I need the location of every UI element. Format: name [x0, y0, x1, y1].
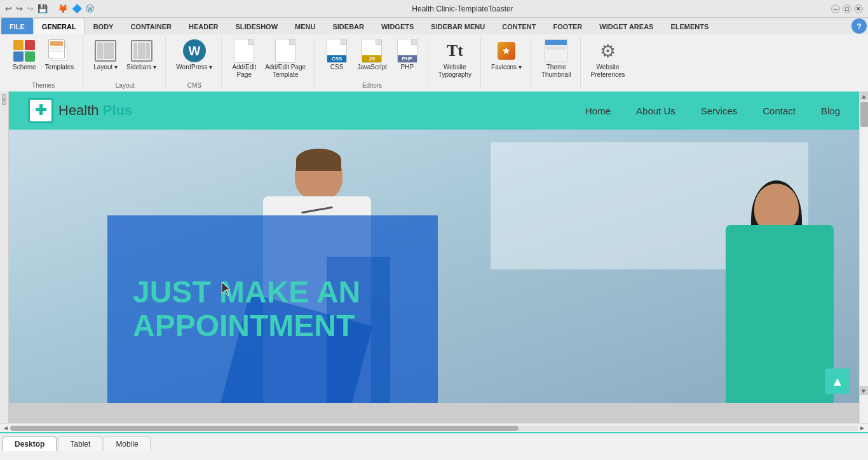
hero-overlay-box: JUST MAKE AN APPOINTMENT: [107, 215, 438, 403]
php-button[interactable]: PHP PHP: [392, 37, 423, 74]
window-title: Health Clinic-TemplateToaster: [412, 4, 513, 13]
toolbar-redo[interactable]: ↪: [16, 4, 23, 13]
themes-group-label: Themes: [32, 82, 55, 89]
tab-file[interactable]: FILE: [1, 18, 33, 34]
favicons-items: ★ Favicons ▾: [487, 37, 526, 88]
group-layout: Layout ▾ Sidebars ▾ Layout: [85, 37, 166, 89]
tab-sidebarmenu[interactable]: SIDEBAR MENU: [423, 18, 493, 34]
minimize-button[interactable]: ─: [831, 4, 840, 13]
scheme-button[interactable]: Scheme: [9, 37, 40, 74]
tab-sidebar[interactable]: SIDEBAR: [324, 18, 372, 34]
favicons-button[interactable]: ★ Favicons ▾: [487, 37, 526, 74]
group-thumbnail: ThemeThumbnail: [532, 37, 581, 89]
websitetypography-button[interactable]: Tt WebsiteTypography: [435, 37, 475, 81]
typography-items: Tt WebsiteTypography: [435, 37, 475, 88]
logo-icon: ✚: [28, 98, 53, 123]
tab-mobile[interactable]: Mobile: [104, 436, 150, 451]
group-pages: Add/EditPage Add/Edit PageTemplate: [223, 37, 315, 89]
scroll-up-button[interactable]: ▲: [825, 369, 850, 394]
site-nav: Home About Us Services Contact Blog: [585, 105, 840, 116]
tab-slideshow[interactable]: SLIDESHOW: [227, 18, 286, 34]
toolbar-undo[interactable]: ↩: [5, 4, 12, 13]
templates-icon: [48, 39, 71, 62]
ribbon-tabs: FILE GENERAL BODY CONTAINER HEADER SLIDE…: [0, 18, 868, 34]
toolbar-browser1[interactable]: 🦊: [58, 4, 68, 13]
templates-label: Templates: [45, 64, 74, 71]
hscroll-right[interactable]: ►: [858, 424, 867, 431]
nav-aboutus[interactable]: About Us: [636, 105, 675, 116]
css-button[interactable]: CSS CSS: [322, 37, 352, 74]
sidebars-icon: [130, 39, 153, 62]
right-scrollbar[interactable]: ▲ ▼: [859, 91, 868, 423]
themethumb-icon: [545, 39, 567, 62]
tab-widgetareas[interactable]: WIDGET AREAS: [591, 18, 661, 34]
themethumb-label: ThemeThumbnail: [541, 64, 571, 79]
preview-area: ✚ Health Plus Home About Us Services Con…: [9, 91, 859, 423]
tab-body[interactable]: BODY: [85, 18, 122, 34]
hero-title: JUST MAKE AN APPOINTMENT: [133, 276, 412, 343]
left-panel-toggle[interactable]: ›: [2, 94, 6, 105]
tab-elements[interactable]: ELEMENTS: [662, 18, 717, 34]
hero-title-line1: JUST MAKE AN: [133, 276, 412, 309]
tab-widgets[interactable]: WIDGETS: [373, 18, 422, 34]
group-favicons: ★ Favicons ▾: [482, 37, 531, 89]
horizontal-scrollbar: ◄ ►: [0, 423, 868, 432]
layout-group-label: Layout: [116, 82, 135, 89]
maximize-button[interactable]: □: [843, 4, 851, 13]
sidebars-button[interactable]: Sidebars ▾: [123, 37, 160, 74]
tab-menu[interactable]: MENU: [287, 18, 323, 34]
close-button[interactable]: ✕: [854, 4, 863, 13]
nav-blog[interactable]: Blog: [821, 105, 840, 116]
addeditpage-button[interactable]: Add/EditPage: [228, 37, 260, 81]
scheme-icon: [13, 39, 36, 62]
wordpress-button[interactable]: W WordPress ▾: [172, 37, 216, 74]
tab-desktop[interactable]: Desktop: [3, 436, 57, 451]
toolbar-browser2[interactable]: 🔷: [72, 4, 82, 13]
php-label: PHP: [401, 64, 414, 71]
favicons-label: Favicons ▾: [491, 64, 522, 71]
toolbar-save[interactable]: 💾: [37, 4, 48, 13]
tab-tablet[interactable]: Tablet: [58, 436, 102, 451]
themethumb-button[interactable]: ThemeThumbnail: [538, 37, 575, 81]
websiteprefs-icon: ⚙: [597, 39, 620, 62]
hero-section: JUST MAKE AN APPOINTMENT ▲: [9, 130, 859, 403]
layout-button[interactable]: Layout ▾: [90, 37, 121, 74]
css-icon: CSS: [325, 39, 348, 62]
toolbar-redo2[interactable]: ↪: [27, 4, 34, 13]
website-preview: ✚ Health Plus Home About Us Services Con…: [9, 91, 859, 423]
tab-header[interactable]: HEADER: [180, 18, 226, 34]
hscroll-left[interactable]: ◄: [1, 424, 10, 431]
nav-services[interactable]: Services: [701, 105, 738, 116]
addeditpage-label: Add/EditPage: [232, 64, 256, 79]
toolbar-wp[interactable]: Ⓦ: [86, 3, 94, 15]
ribbon-content: Scheme: [0, 34, 868, 91]
group-cms: W WordPress ▾ CMS: [167, 37, 222, 89]
site-navbar: ✚ Health Plus Home About Us Services Con…: [9, 91, 859, 130]
cms-items: W WordPress ▾: [172, 37, 216, 81]
nav-home[interactable]: Home: [585, 105, 611, 116]
prefs-items: ⚙ WebsitePreferences: [587, 37, 629, 88]
hscroll-track[interactable]: [10, 426, 858, 431]
site-logo: ✚ Health Plus: [28, 98, 132, 123]
wordpress-icon: W: [183, 39, 206, 62]
layout-items: Layout ▾ Sidebars ▾: [90, 37, 160, 81]
logo-text: Health Plus: [58, 102, 132, 119]
tab-footer[interactable]: FOOTER: [545, 18, 590, 34]
templates-button[interactable]: Templates: [41, 37, 78, 74]
addedittemplate-button[interactable]: Add/Edit PageTemplate: [261, 37, 309, 81]
tab-content[interactable]: CONTENT: [494, 18, 544, 34]
php-icon: PHP: [396, 39, 419, 62]
title-bar: ↩ ↪ ↪ 💾 🦊 🔷 Ⓦ Health Clinic-TemplateToas…: [0, 0, 868, 18]
wordpress-label: WordPress ▾: [176, 64, 212, 71]
tab-container[interactable]: CONTAINER: [122, 18, 180, 34]
javascript-button[interactable]: JS JavaScript: [353, 37, 391, 74]
group-typography: Tt WebsiteTypography: [430, 37, 481, 89]
tab-general[interactable]: GENERAL: [34, 18, 85, 34]
help-button[interactable]: ?: [851, 18, 867, 34]
nav-contact[interactable]: Contact: [763, 105, 796, 116]
pages-items: Add/EditPage Add/Edit PageTemplate: [228, 37, 309, 88]
layout-label: Layout ▾: [93, 64, 118, 71]
websiteprefs-label: WebsitePreferences: [591, 64, 625, 79]
editors-group-label: Editors: [362, 82, 382, 89]
websiteprefs-button[interactable]: ⚙ WebsitePreferences: [587, 37, 629, 81]
